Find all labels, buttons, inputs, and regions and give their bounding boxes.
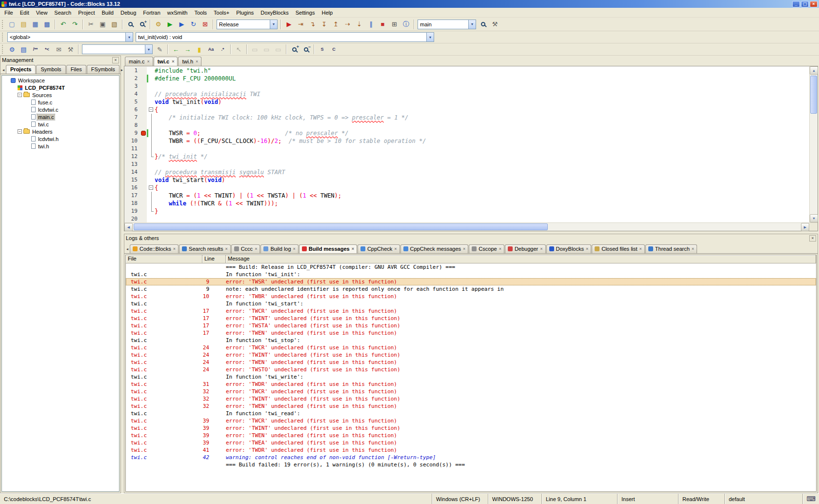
code-editor[interactable]: 1#include "twi.h"2#define F_CPU 2000000U… xyxy=(124,66,809,222)
menu-doxyblocks[interactable]: DoxyBlocks xyxy=(257,8,292,17)
cscope-symbol-button[interactable]: S xyxy=(317,44,328,55)
tree-item-workspace[interactable]: Workspace xyxy=(2,77,119,84)
new-file-button[interactable]: ▢ xyxy=(6,19,18,30)
search-symbol-button[interactable] xyxy=(478,19,489,30)
tab-close-icon[interactable]: × xyxy=(394,246,397,251)
scroll-left-icon[interactable]: ◀ xyxy=(124,223,133,231)
log-tab-closed-files-list[interactable]: Closed files list× xyxy=(592,244,645,253)
menu-project[interactable]: Project xyxy=(75,8,98,17)
tab-scroll-left-icon[interactable]: ◂ xyxy=(1,66,5,74)
management-tab-projects[interactable]: Projects xyxy=(6,65,36,74)
stop-debugger-button[interactable]: ■ xyxy=(377,19,388,30)
log-row[interactable]: twi.c17error: 'TWSTA' undeclared (first … xyxy=(126,322,816,329)
tree-item-main-c[interactable]: main.c xyxy=(2,113,119,121)
redo-button[interactable]: ↷ xyxy=(69,19,80,30)
dropdown-arrow-icon[interactable]: ▼ xyxy=(468,20,476,29)
dropdown-arrow-icon[interactable]: ▼ xyxy=(145,45,152,54)
breakpoint-icon[interactable] xyxy=(141,131,146,136)
tab-close-icon[interactable]: × xyxy=(586,246,588,251)
next-line-button[interactable]: ↴ xyxy=(307,19,318,30)
dropdown-arrow-icon[interactable]: ▼ xyxy=(125,33,133,41)
log-tab-search-results[interactable]: Search results× xyxy=(179,244,231,253)
log-row[interactable]: twi.cIn function 'twi_write': xyxy=(126,373,816,381)
doxy-line-comment-button[interactable]: *< xyxy=(41,44,53,55)
log-row[interactable]: === Build: Release in LCD_PCF8574T (comp… xyxy=(126,263,816,271)
minimize-button[interactable]: _ xyxy=(792,1,800,7)
tree-item-headers[interactable]: −Headers xyxy=(2,128,119,135)
rebuild-button[interactable]: ↻ xyxy=(188,19,199,30)
menu-tools[interactable]: Tools+ xyxy=(210,8,233,17)
log-row[interactable]: twi.c17error: 'TWEN' undeclared (first u… xyxy=(126,329,816,337)
zoom-out-button[interactable]: − xyxy=(300,44,312,55)
step-out-button[interactable]: ↥ xyxy=(330,19,341,30)
next-instruction-button[interactable]: ⇢ xyxy=(342,19,353,30)
log-row[interactable]: twi.c17error: 'TWCR' undeclared (first u… xyxy=(126,307,816,315)
tree-item-sources[interactable]: −Sources xyxy=(2,91,119,99)
maximize-button[interactable]: ▢ xyxy=(801,1,809,7)
log-tab-cscope[interactable]: Cscope× xyxy=(469,244,504,253)
log-tab-build-log[interactable]: Build log× xyxy=(260,244,298,253)
zoom-in-button[interactable]: + xyxy=(289,44,300,55)
project-tree[interactable]: WorkspaceLCD_PCF8574T−Sourcesfuse.clcdvt… xyxy=(1,75,120,492)
scope-select[interactable]: <global>▼ xyxy=(7,32,133,42)
hscroll-thumb[interactable] xyxy=(134,223,548,230)
match-case-button[interactable]: Aa xyxy=(205,44,217,55)
hscroll-track[interactable] xyxy=(133,223,801,231)
editor-tab-twi-c[interactable]: twi.c× xyxy=(154,57,178,66)
menu-edit[interactable]: Edit xyxy=(17,8,33,17)
log-row[interactable]: twi.c39error: 'TWCR' undeclared (first u… xyxy=(126,417,816,424)
log-row[interactable]: twi.c10error: 'TWBR' undeclared (first u… xyxy=(126,293,816,300)
log-row[interactable]: twi.c39error: 'TWINT' undeclared (first … xyxy=(126,424,816,432)
function-select[interactable]: twi_init(void) : void▼ xyxy=(136,32,434,42)
menu-fortran[interactable]: Fortran xyxy=(140,8,163,17)
step-into-instruction-button[interactable]: ⇣ xyxy=(354,19,365,30)
tab-close-icon[interactable]: × xyxy=(639,246,642,251)
log-tab-cccc[interactable]: Cccc× xyxy=(231,244,260,253)
tab-close-icon[interactable]: × xyxy=(147,59,149,64)
run-button[interactable]: ▶ xyxy=(164,19,176,30)
find-in-files-button[interactable]: + xyxy=(137,19,148,30)
tree-item-lcd-pcf8574t[interactable]: LCD_PCF8574T xyxy=(2,84,119,91)
doxyblocks-extract-button[interactable]: ⚙ xyxy=(6,44,18,55)
doxyblocks-blocks-button[interactable]: ▤ xyxy=(18,44,29,55)
menu-build[interactable]: Build xyxy=(98,8,117,17)
doxy-block-comment-button[interactable]: /** xyxy=(30,44,41,55)
management-tab-files[interactable]: Files xyxy=(66,65,86,74)
tab-close-icon[interactable]: × xyxy=(463,246,465,251)
run-to-cursor-button[interactable]: ⇥ xyxy=(295,19,306,30)
save-button[interactable]: ▦ xyxy=(30,19,41,30)
tab-close-icon[interactable]: × xyxy=(225,246,227,251)
log-row[interactable]: twi.c24error: 'TWINT' undeclared (first … xyxy=(126,351,816,359)
build-messages-rows[interactable]: === Build: Release in LCD_PCF8574T (comp… xyxy=(126,263,816,491)
break-debugger-button[interactable]: ∥ xyxy=(365,19,377,30)
log-tab-thread-search[interactable]: Thread search× xyxy=(645,244,697,253)
tree-expander-icon[interactable]: − xyxy=(18,129,22,134)
tree-item-twi-c[interactable]: twi.c xyxy=(2,121,119,128)
debug-info-button[interactable]: ⓘ xyxy=(400,19,412,30)
step-into-button[interactable]: ↧ xyxy=(319,19,330,30)
logs-close-icon[interactable]: × xyxy=(809,235,816,242)
log-row[interactable]: === Build failed: 19 error(s), 1 warning… xyxy=(126,461,816,468)
dropdown-arrow-icon[interactable]: ▼ xyxy=(426,33,434,41)
log-row[interactable]: twi.c9note: each undeclared identifier i… xyxy=(126,285,816,293)
management-tab-fsymbols[interactable]: FSymbols xyxy=(87,65,120,74)
menu-tools[interactable]: Tools xyxy=(191,8,210,17)
dropdown-arrow-icon[interactable]: ▼ xyxy=(270,20,277,29)
menu-search[interactable]: Search xyxy=(51,8,75,17)
log-row[interactable]: twi.c9error: 'TWSR' undeclared (first us… xyxy=(126,278,816,285)
build-target-select[interactable]: Release▼ xyxy=(217,20,278,29)
tab-close-icon[interactable]: × xyxy=(173,246,176,251)
log-row[interactable]: twi.c24error: 'TWEN' undeclared (first u… xyxy=(126,359,816,366)
menu-debug[interactable]: Debug xyxy=(117,8,140,17)
log-row[interactable]: twi.c32error: 'TWCR' undeclared (first u… xyxy=(126,388,816,395)
abort-build-button[interactable]: ⊠ xyxy=(200,19,211,30)
tree-item-fuse-c[interactable]: fuse.c xyxy=(2,99,119,106)
settings-tools-button[interactable]: ⚒ xyxy=(489,19,500,30)
undo-button[interactable]: ↶ xyxy=(58,19,69,30)
log-tab-cppcheck-messages[interactable]: CppCheck messages× xyxy=(400,244,469,253)
find-button[interactable] xyxy=(125,19,136,30)
tab-close-icon[interactable]: × xyxy=(692,246,694,251)
vscroll-thumb[interactable] xyxy=(810,76,817,114)
tab-close-icon[interactable]: × xyxy=(540,246,542,251)
build-button[interactable]: ⚙ xyxy=(153,19,164,30)
